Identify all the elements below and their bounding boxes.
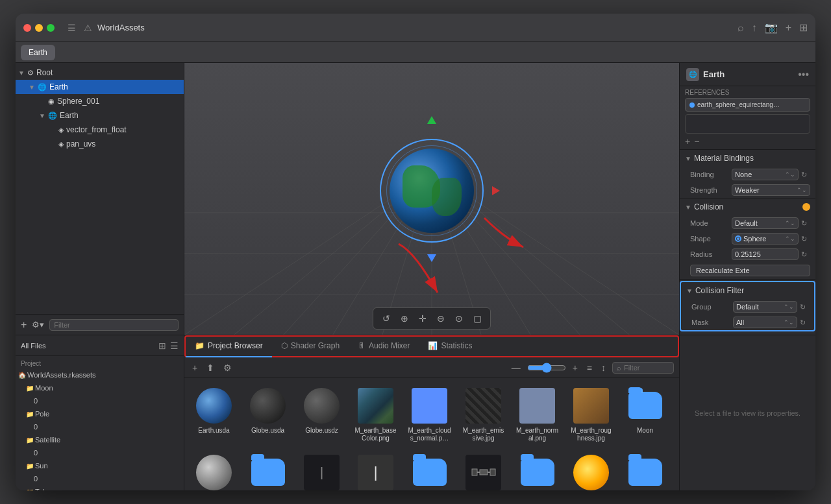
project-worldassets[interactable]: 🏠 WorldAssets.rkassets [16,368,184,381]
zoom-out-button[interactable]: ⊖ [433,311,449,326]
transform-handle-right[interactable] [492,186,500,195]
tab-earth[interactable]: Earth [21,45,55,60]
project-moon[interactable]: 📁 Moon [16,381,184,394]
tree-item-puvs[interactable]: ▶ ◈ pan_uvs [16,137,184,151]
transform-handle-down[interactable] [427,254,436,262]
tab-audio-mixer[interactable]: 🎚 Audio Mixer [349,335,419,357]
rotate-button[interactable]: ↺ [378,311,394,326]
file-filter-input[interactable] [624,364,669,372]
list-view-toggle[interactable]: ≡ [584,361,595,374]
add-icon[interactable]: + [786,22,791,34]
file-item-pole-folder[interactable]: Pole [243,450,292,490]
actions-button[interactable]: ⚙ [221,361,234,374]
project-pole-0[interactable]: 0 [16,420,184,433]
mask-dropdown[interactable]: All ⌃⌄ [733,317,797,328]
all-files-label: All Files [21,342,46,350]
radius-value-field[interactable]: 0.25125 [732,248,799,260]
size-slider[interactable] [527,363,566,373]
maximize-button[interactable] [47,24,55,32]
material-bindings-header[interactable]: ▼ Material Bindings [680,150,815,167]
mode-row: Mode Default ⌃⌄ ↻ [680,215,815,231]
tab-statistics[interactable]: 📊 Statistics [419,335,481,357]
earth-entity-icon: 🌐 [38,83,47,91]
file-item-satellite-folder[interactable]: Satellite [405,450,454,490]
project-satellite-0-label: 0 [34,449,38,457]
file-item-telescope-folder[interactable]: Telescope [621,450,669,490]
project-sun-0[interactable]: 0 [16,472,184,485]
file-name-earth-usda: Earth.usda [198,427,229,435]
orbit-button[interactable]: ⊕ [397,311,412,326]
prop-more-button[interactable]: ••• [798,69,809,80]
tree-item-sphere001[interactable]: ▶ ◉ Sphere_001 [16,94,184,108]
camera-icon[interactable]: 📷 [765,21,778,34]
collision-header[interactable]: ▼ Collision [680,198,815,215]
search-icon[interactable]: ⌕ [738,22,744,34]
remove-ref-button[interactable]: − [694,136,699,147]
binding-reset-icon[interactable]: ↻ [801,171,810,179]
minimize-button[interactable] [35,24,43,32]
tabbar: Earth [16,42,815,63]
radius-label: Radius [690,250,729,258]
sort-button[interactable]: ↕ [599,361,608,374]
file-item-satellite-usda[interactable]: Satellite.usda [459,450,508,490]
shape-reset-icon[interactable]: ↻ [801,235,810,243]
list-view-icon[interactable]: ☰ [170,341,179,351]
file-item-m-earth-base[interactable]: M_earth_baseColor.png [351,383,400,445]
file-item-pole-usdc[interactable]: | Pole.usdc [351,450,400,490]
mask-reset-icon[interactable]: ↻ [800,318,809,327]
file-item-sun-usda[interactable]: Sun.usda [567,450,615,490]
project-pole[interactable]: 📁 Pole [16,407,184,420]
project-worldassets-label: WorldAssets.rkassets [27,371,96,379]
settings-scene-button[interactable]: ⚙▾ [32,320,44,330]
file-item-sun-folder[interactable]: Sun [513,450,562,490]
file-item-m-earth-emis[interactable]: M_earth_emissive.jpg [459,383,508,445]
transform-handle-up[interactable] [427,116,436,124]
new-folder-button[interactable]: + [190,361,200,374]
group-dropdown[interactable]: Default ⌃⌄ [733,301,797,313]
tree-item-earth[interactable]: ▼ 🌐 Earth [16,80,184,94]
pan-button[interactable]: ✛ [415,311,430,326]
close-button[interactable] [23,24,31,32]
share-icon[interactable]: ↑ [752,22,757,34]
project-sun[interactable]: 📁 Sun [16,459,184,472]
tab-shader-graph[interactable]: ⬡ Shader Graph [272,335,349,357]
project-satellite-0[interactable]: 0 [16,446,184,459]
file-item-pole-usda[interactable]: | Pole.usda [297,450,346,490]
mode-dropdown[interactable]: Default ⌃⌄ [732,217,799,229]
file-item-m-earth-normal[interactable]: M_earth_normal.png [513,383,562,445]
recalculate-button[interactable]: Recalculate Exte [690,265,810,276]
grid-view-icon[interactable]: ⊞ [158,341,166,351]
radius-reset-icon[interactable]: ↻ [801,250,810,259]
viewport-3d[interactable]: ↺ ⊕ ✛ ⊖ ⊙ ▢ [184,63,679,335]
tab-project-browser[interactable]: 📁 Project Browser [186,335,272,357]
file-item-m-earth-rough[interactable]: M_earth_roughness.jpg [567,383,615,445]
layout-icon[interactable]: ⊞ [799,21,808,34]
file-item-m-earth-cloud[interactable]: M_earth_clouds_normal.p… [405,383,454,445]
import-button[interactable]: ⬆ [204,361,217,374]
strength-dropdown[interactable]: Weaker ⌃⌄ [732,184,810,196]
mode-reset-icon[interactable]: ↻ [801,219,810,228]
frame-button[interactable]: ▢ [469,311,485,326]
add-scene-button[interactable]: + [21,319,27,331]
project-moon-0[interactable]: 0 [16,394,184,407]
binding-dropdown[interactable]: None ⌃⌄ [732,169,799,180]
vff-icon: ◈ [58,126,64,134]
tree-item-root[interactable]: ▼ ⚙ Root [16,66,184,80]
file-properties-panel: Select a file to view its properties. [679,335,815,490]
group-reset-icon[interactable]: ↻ [800,303,809,311]
file-item-moon-folder[interactable]: Moon [621,383,669,445]
prop-entity-icon: 🌐 [686,68,699,81]
file-item-globe-usdz[interactable]: Globe.usdz [297,383,346,445]
project-satellite[interactable]: 📁 Satellite [16,433,184,446]
zoom-fit-button[interactable]: ⊙ [451,311,467,326]
tree-item-vff[interactable]: ▶ ◈ vector_from_float [16,123,184,137]
file-item-earth-usda[interactable]: Earth.usda [190,383,238,445]
scene-filter-input[interactable] [49,319,179,331]
shape-dropdown[interactable]: Sphere ⌃⌄ [732,233,799,245]
file-item-moon-usda[interactable]: Moon.usda [190,450,238,490]
file-item-globe-usda[interactable]: Globe.usda [243,383,292,445]
collision-filter-header[interactable]: ▼ Collision Filter [681,282,814,299]
project-telescope[interactable]: 📁 Telescope [16,485,184,490]
add-ref-button[interactable]: + [685,136,690,147]
tree-item-earth2[interactable]: ▼ 🌐 Earth [16,108,184,123]
